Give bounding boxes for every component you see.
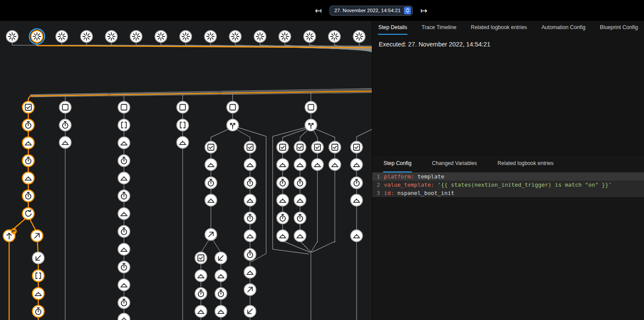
trace-node-square[interactable] <box>305 102 317 113</box>
trace-node-arrow-down-left[interactable] <box>215 252 227 264</box>
trace-node-trigger[interactable] <box>230 31 241 43</box>
trace-node-condition[interactable] <box>329 142 341 153</box>
trace-node-service[interactable] <box>329 159 341 171</box>
trace-node-brackets[interactable] <box>118 119 130 131</box>
trace-node-timer[interactable] <box>118 155 130 167</box>
trace-node-condition[interactable] <box>294 142 306 153</box>
trace-node-service[interactable] <box>215 306 227 317</box>
previous-run-button[interactable]: ↤ <box>313 6 324 16</box>
trace-node-trigger[interactable] <box>30 29 45 44</box>
trace-node-timer[interactable] <box>244 249 256 261</box>
trace-node-service[interactable] <box>195 270 207 282</box>
trace-node-arrow-up-right[interactable] <box>205 229 217 241</box>
tab-automation-config[interactable]: Automation Config <box>541 21 586 35</box>
trace-node-condition[interactable] <box>312 142 324 153</box>
tab-related-logbook-entries[interactable]: Related logbook entries <box>470 21 527 35</box>
trace-node-condition[interactable] <box>23 102 34 113</box>
trace-node-timer[interactable] <box>118 261 130 273</box>
trace-node-timer[interactable] <box>244 212 256 224</box>
trace-node-square[interactable] <box>60 102 71 113</box>
trace-node-trigger[interactable] <box>254 31 266 43</box>
trace-node-arrow-down-left[interactable] <box>244 306 256 317</box>
trace-node-trigger[interactable] <box>81 31 93 43</box>
trace-node-trigger[interactable] <box>155 31 167 43</box>
trace-node-timer[interactable] <box>205 177 217 189</box>
trace-node-service[interactable] <box>244 195 256 206</box>
trace-node-trigger[interactable] <box>106 31 117 43</box>
trace-node-service[interactable] <box>277 230 289 242</box>
tab-blueprint-config[interactable]: Blueprint Config <box>600 21 639 35</box>
trace-node-service[interactable] <box>118 313 130 320</box>
trace-node-service[interactable] <box>205 159 217 171</box>
tab-trace-timeline[interactable]: Trace Timeline <box>421 21 457 35</box>
trace-node-service[interactable] <box>118 137 130 149</box>
trace-node-service[interactable] <box>118 172 130 184</box>
trace-node-trigger[interactable] <box>279 31 291 43</box>
trace-node-timer[interactable] <box>118 190 130 202</box>
trace-node-trigger[interactable] <box>56 31 68 43</box>
trace-node-service[interactable] <box>294 230 306 242</box>
tab-step-details[interactable]: Step Details <box>378 21 407 35</box>
trace-node-service[interactable] <box>177 137 189 148</box>
trace-node-condition[interactable] <box>351 142 363 153</box>
trace-node-service[interactable] <box>118 208 130 220</box>
tab-related-logbook-entries[interactable]: Related logbook entries <box>497 155 554 172</box>
trace-node-service[interactable] <box>118 244 130 255</box>
tab-step-config[interactable]: Step Config <box>383 155 412 172</box>
trace-node-arrow-up-right[interactable] <box>244 284 256 296</box>
trace-node-condition[interactable] <box>244 142 256 153</box>
trace-node-timer[interactable] <box>23 190 34 202</box>
trace-node-trigger[interactable] <box>7 31 18 43</box>
trace-node-square[interactable] <box>118 102 130 113</box>
trace-node-service[interactable] <box>60 137 71 148</box>
trace-node-timer[interactable] <box>215 288 227 300</box>
trace-node-arrow-up-right[interactable] <box>31 230 43 242</box>
trace-node-service[interactable] <box>244 230 256 242</box>
next-run-button[interactable]: ↦ <box>419 6 429 16</box>
trace-node-timer[interactable] <box>195 288 207 300</box>
trace-node-timer[interactable] <box>23 119 34 131</box>
trace-node-timer[interactable] <box>60 119 71 131</box>
trace-node-arrow-down-left[interactable] <box>33 252 44 264</box>
trace-node-service[interactable] <box>277 159 289 171</box>
trace-node-trigger[interactable] <box>354 31 365 43</box>
trace-node-repeat[interactable] <box>23 208 34 220</box>
trace-node-trigger[interactable] <box>130 31 142 43</box>
trace-node-trigger[interactable] <box>180 31 192 43</box>
trace-node-service[interactable] <box>351 195 363 206</box>
trace-node-timer[interactable] <box>118 297 130 309</box>
trace-node-timer[interactable] <box>33 306 44 317</box>
trace-node-timer[interactable] <box>294 177 306 189</box>
trace-node-timer[interactable] <box>23 155 34 167</box>
trace-node-timer[interactable] <box>294 212 306 224</box>
trace-node-service[interactable] <box>215 270 227 282</box>
trace-node-service[interactable] <box>205 195 217 206</box>
trace-node-trigger[interactable] <box>329 31 340 43</box>
trace-node-timer[interactable] <box>277 212 289 224</box>
trace-node-arrow-up[interactable]: 9+ <box>3 228 17 242</box>
trace-node-brackets[interactable] <box>33 270 44 282</box>
trace-node-choose[interactable] <box>227 119 239 131</box>
trace-node-service[interactable] <box>294 195 306 206</box>
trace-node-service[interactable] <box>244 159 256 171</box>
trace-node-square[interactable] <box>227 102 239 113</box>
trace-node-square[interactable] <box>177 102 189 113</box>
trace-node-condition[interactable] <box>195 252 207 264</box>
tab-changed-variables[interactable]: Changed Variables <box>431 155 477 172</box>
trace-node-service[interactable] <box>351 230 363 242</box>
trace-node-service[interactable] <box>195 306 207 317</box>
trace-node-timer[interactable] <box>351 177 363 189</box>
trace-node-condition[interactable] <box>277 142 289 153</box>
trace-node-service[interactable] <box>23 137 34 149</box>
trace-node-service[interactable] <box>312 159 324 171</box>
trace-node-trigger[interactable] <box>304 31 316 43</box>
trace-node-trigger[interactable] <box>205 31 217 43</box>
trace-node-service[interactable] <box>244 267 256 278</box>
trace-node-service[interactable] <box>33 288 44 300</box>
trace-node-timer[interactable] <box>277 177 289 189</box>
run-select[interactable]: 27. November 2022, 14:54:21 <box>330 6 413 16</box>
trace-node-service[interactable] <box>23 172 34 184</box>
trace-node-choose[interactable] <box>305 119 317 131</box>
trace-node-condition[interactable] <box>205 142 217 153</box>
trace-node-timer[interactable] <box>244 177 256 189</box>
